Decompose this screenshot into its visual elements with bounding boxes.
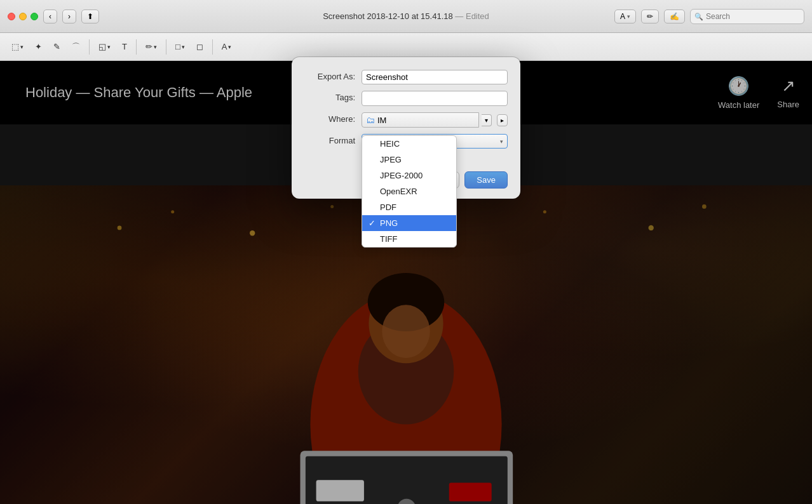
where-row-content: 🗂 IM ▾ ▸ — [362, 112, 508, 128]
toolbar-separator-1 — [89, 39, 90, 55]
back-button[interactable]: ‹ — [43, 10, 57, 23]
format-selected-checkmark: ✓ — [369, 218, 376, 228]
where-value: IM — [377, 116, 386, 125]
format-option-heic[interactable]: HEIC — [362, 136, 456, 152]
export-dialog: Export As: Tags: Where: 🗂 IM ▾ ▸ Format … — [292, 57, 520, 199]
font-size-tool[interactable]: A▾ — [218, 39, 236, 54]
export-as-input[interactable] — [362, 70, 508, 84]
text-tool[interactable]: T — [118, 39, 131, 54]
format-dropdown: HEIC JPEG JPEG-2000 OpenEXR PDF ✓ PNG TI… — [362, 135, 457, 248]
toolbar-separator-3 — [166, 39, 166, 55]
format-pdf-label: PDF — [380, 202, 396, 212]
where-label: Where: — [304, 112, 362, 124]
search-input[interactable] — [690, 9, 804, 24]
maximize-button[interactable] — [30, 13, 38, 20]
format-option-pdf[interactable]: PDF — [362, 199, 456, 215]
fill-tool[interactable]: ◻ — [193, 39, 207, 54]
sketch-tool[interactable]: ✎ — [50, 39, 64, 54]
format-option-jpeg[interactable]: JPEG — [362, 152, 456, 168]
titlebar-left: ‹ › ⬆ — [8, 10, 99, 23]
search-icon: 🔍 — [694, 12, 703, 20]
format-row: Format PNG ▾ HEIC JPEG JPEG-2000 OpenEXR… — [304, 134, 508, 149]
annotate-tool[interactable]: ✏▾ — [142, 39, 161, 54]
markup-button[interactable]: ✏ — [641, 10, 659, 23]
format-openexr-label: OpenEXR — [380, 187, 417, 196]
tags-row: Tags: — [304, 91, 508, 106]
signature-button[interactable]: ✍ — [664, 10, 685, 23]
format-tiff-label: TIFF — [380, 234, 397, 244]
window-title: Screenshot 2018-12-10 at 15.41.18 — Edit… — [323, 11, 489, 21]
where-select[interactable]: 🗂 IM — [362, 112, 479, 128]
titlebar: ‹ › ⬆ Screenshot 2018-12-10 at 15.41.18 … — [0, 0, 812, 33]
font-button[interactable]: A ▾ — [614, 10, 636, 23]
selection-tool[interactable]: ⬚▾ — [8, 39, 27, 54]
format-option-jpeg2000[interactable]: JPEG-2000 — [362, 168, 456, 183]
where-dropdown-arrow[interactable]: ▾ — [482, 114, 492, 126]
font-chevron-icon: ▾ — [627, 13, 630, 20]
forward-button[interactable]: › — [62, 10, 76, 23]
export-as-label: Export As: — [304, 70, 362, 81]
share-toolbar-button[interactable]: ⬆ — [81, 10, 99, 23]
draw-tool[interactable]: ⌒ — [68, 39, 84, 55]
search-wrapper: 🔍 — [690, 9, 804, 24]
where-row: Where: 🗂 IM ▾ ▸ — [304, 112, 508, 128]
titlebar-right: A ▾ ✏ ✍ 🔍 — [614, 9, 804, 24]
traffic-lights — [8, 13, 38, 20]
format-option-tiff[interactable]: TIFF — [362, 231, 456, 247]
adjust-tool[interactable]: ✦ — [31, 39, 46, 54]
where-expand-button[interactable]: ▸ — [497, 114, 508, 126]
format-heic-label: HEIC — [380, 139, 400, 149]
font-icon: A — [620, 12, 625, 21]
save-button[interactable]: Save — [464, 171, 508, 189]
tags-input[interactable] — [362, 91, 508, 106]
shapes-tool[interactable]: ◱▾ — [95, 39, 114, 54]
format-label: Format — [304, 134, 362, 145]
minimize-button[interactable] — [19, 13, 27, 20]
tags-label: Tags: — [304, 91, 362, 102]
format-jpeg2000-label: JPEG-2000 — [380, 171, 423, 180]
format-chevron-icon: ▾ — [500, 138, 503, 145]
format-option-openexr[interactable]: OpenEXR — [362, 183, 456, 199]
export-as-row: Export As: — [304, 70, 508, 84]
format-png-label: PNG — [380, 218, 398, 228]
title-filename: Screenshot 2018-12-10 at 15.41.18 — [323, 11, 453, 21]
border-tool[interactable]: □▾ — [172, 39, 189, 54]
toolbar-separator-4 — [212, 39, 213, 55]
close-button[interactable] — [8, 13, 15, 20]
folder-icon: 🗂 — [366, 115, 375, 125]
toolbar-separator-2 — [136, 39, 137, 55]
format-option-png[interactable]: ✓ PNG — [362, 215, 456, 231]
format-jpeg-label: JPEG — [380, 155, 402, 164]
title-edited: — Edited — [455, 11, 489, 21]
